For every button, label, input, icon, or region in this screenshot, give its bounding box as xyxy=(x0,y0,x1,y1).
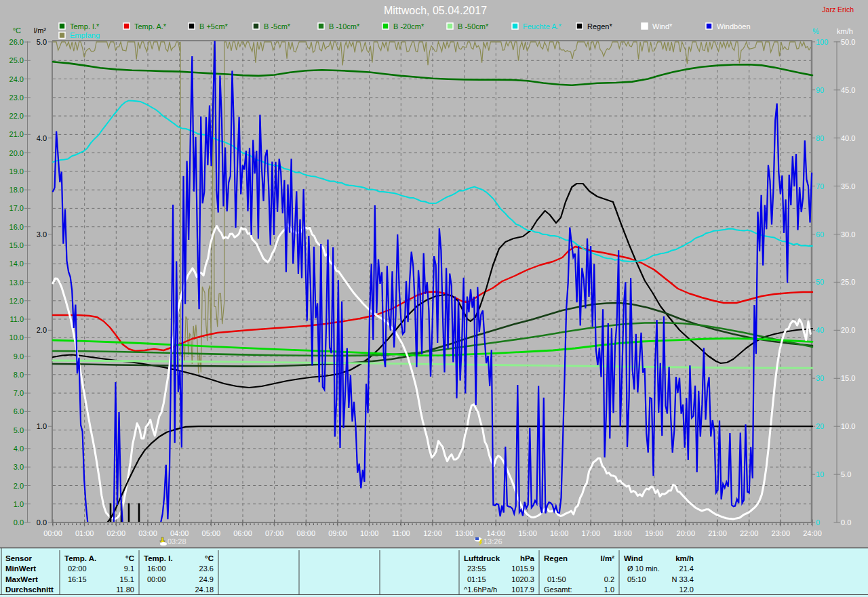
svg-text:1.0: 1.0 xyxy=(604,585,614,594)
svg-text:^1.6hPa/h: ^1.6hPa/h xyxy=(464,585,497,594)
svg-text:17:00: 17:00 xyxy=(582,529,601,537)
svg-text:Regen: Regen xyxy=(544,554,568,562)
svg-text:B +5cm*: B +5cm* xyxy=(199,22,229,30)
svg-text:Luftdruck: Luftdruck xyxy=(464,554,500,562)
svg-text:11.80: 11.80 xyxy=(116,585,134,594)
svg-text:10.0: 10.0 xyxy=(9,333,24,342)
svg-text:22:00: 22:00 xyxy=(740,529,759,537)
svg-text:40: 40 xyxy=(816,326,824,334)
svg-text:16:00: 16:00 xyxy=(550,529,569,537)
svg-text:5.0: 5.0 xyxy=(14,426,24,434)
svg-text:18:00: 18:00 xyxy=(613,529,632,537)
svg-text:23:00: 23:00 xyxy=(772,529,791,537)
svg-text:B -50cm*: B -50cm* xyxy=(458,22,489,30)
svg-text:10: 10 xyxy=(816,470,824,478)
svg-text:N 33.4: N 33.4 xyxy=(672,575,694,583)
svg-text:Temp. A.: Temp. A. xyxy=(64,554,96,562)
svg-text:Windböen: Windböen xyxy=(717,22,751,30)
svg-text:05:00: 05:00 xyxy=(202,529,221,537)
svg-text:01:15: 01:15 xyxy=(467,575,486,583)
svg-text:24:00: 24:00 xyxy=(803,529,822,537)
svg-text:23:55: 23:55 xyxy=(467,564,486,573)
svg-text:15.1: 15.1 xyxy=(120,575,134,583)
svg-text:8.0: 8.0 xyxy=(14,371,24,379)
svg-text:1020.3: 1020.3 xyxy=(511,575,534,583)
svg-text:0.0: 0.0 xyxy=(14,518,24,527)
svg-text:1.0: 1.0 xyxy=(14,500,24,508)
svg-text:1.0: 1.0 xyxy=(37,422,47,430)
svg-text:hPa: hPa xyxy=(520,554,535,562)
svg-text:Empfang: Empfang xyxy=(70,31,100,39)
svg-text:14.0: 14.0 xyxy=(9,260,24,268)
svg-text:Temp. I.*: Temp. I.* xyxy=(70,22,100,30)
svg-text:100: 100 xyxy=(816,38,828,46)
svg-text:0.0: 0.0 xyxy=(841,518,851,527)
svg-text:Regen*: Regen* xyxy=(587,22,612,30)
svg-text:Durchschnitt: Durchschnitt xyxy=(5,585,54,594)
svg-text:Wind*: Wind* xyxy=(652,22,673,30)
svg-text:09:00: 09:00 xyxy=(328,529,347,537)
svg-text:40.0: 40.0 xyxy=(841,134,855,142)
svg-text:70: 70 xyxy=(816,182,824,190)
svg-text:km/h: km/h xyxy=(675,554,694,562)
svg-text:30: 30 xyxy=(816,374,824,382)
svg-text:80: 80 xyxy=(816,134,824,142)
svg-text:l/m²: l/m² xyxy=(34,26,47,35)
svg-text:45.0: 45.0 xyxy=(841,86,855,94)
svg-text:10:00: 10:00 xyxy=(360,529,379,537)
svg-text:16:15: 16:15 xyxy=(68,575,87,583)
svg-text:MaxWert: MaxWert xyxy=(5,575,38,583)
svg-text:MinWert: MinWert xyxy=(5,564,36,573)
svg-text:50.0: 50.0 xyxy=(841,38,855,46)
svg-text:16:00: 16:00 xyxy=(147,564,166,573)
svg-text:0.0: 0.0 xyxy=(37,518,47,527)
svg-text:13.0: 13.0 xyxy=(9,279,24,287)
svg-text:21.4: 21.4 xyxy=(679,564,694,573)
svg-text:01:00: 01:00 xyxy=(75,529,94,537)
svg-text:1015.9: 1015.9 xyxy=(511,564,534,573)
svg-text:B -20cm*: B -20cm* xyxy=(393,22,425,30)
svg-text:05:10: 05:10 xyxy=(627,575,646,583)
svg-text:15:00: 15:00 xyxy=(518,529,537,537)
svg-text:11.0: 11.0 xyxy=(9,315,24,323)
svg-text:15.0: 15.0 xyxy=(841,374,855,382)
svg-text:06:00: 06:00 xyxy=(233,529,252,537)
svg-text:04:00: 04:00 xyxy=(170,529,189,537)
svg-text:23.6: 23.6 xyxy=(199,564,214,573)
svg-text:02:00: 02:00 xyxy=(68,564,87,573)
svg-text:11:00: 11:00 xyxy=(392,529,410,537)
svg-text:3.0: 3.0 xyxy=(37,230,47,239)
svg-text:90: 90 xyxy=(816,86,824,94)
svg-text:60: 60 xyxy=(816,230,824,239)
svg-text:Ø 10 min.: Ø 10 min. xyxy=(627,564,660,573)
svg-text:25.0: 25.0 xyxy=(9,56,24,64)
svg-text:18.0: 18.0 xyxy=(9,186,24,194)
svg-text:5.0: 5.0 xyxy=(37,38,47,46)
svg-text:08:00: 08:00 xyxy=(297,529,316,537)
svg-text:Feuchte A.*: Feuchte A.* xyxy=(523,22,562,30)
svg-text:21.0: 21.0 xyxy=(9,130,24,138)
svg-text:25.0: 25.0 xyxy=(841,278,855,286)
svg-text:1017.9: 1017.9 xyxy=(511,585,534,594)
svg-text:19.0: 19.0 xyxy=(9,167,24,176)
svg-text:0.2: 0.2 xyxy=(604,575,614,583)
svg-text:24.0: 24.0 xyxy=(9,75,24,83)
svg-text:12.0: 12.0 xyxy=(9,297,24,305)
svg-text:%: % xyxy=(812,27,819,35)
svg-text:03:00: 03:00 xyxy=(138,529,157,537)
svg-text:35.0: 35.0 xyxy=(841,182,855,190)
svg-text:14:00: 14:00 xyxy=(487,529,506,537)
svg-text:2.0: 2.0 xyxy=(14,482,24,490)
svg-text:26.0: 26.0 xyxy=(9,38,24,46)
svg-text:°C: °C xyxy=(13,26,21,35)
svg-text:4.0: 4.0 xyxy=(14,445,24,453)
svg-text:12:00: 12:00 xyxy=(423,529,442,537)
svg-text:20.0: 20.0 xyxy=(841,326,855,334)
svg-text:20: 20 xyxy=(816,422,824,430)
svg-text:03:28: 03:28 xyxy=(167,537,186,545)
svg-text:°C: °C xyxy=(125,554,134,562)
svg-text:01:50: 01:50 xyxy=(547,575,566,583)
svg-text:21:00: 21:00 xyxy=(708,529,727,537)
svg-text:4.0: 4.0 xyxy=(37,134,47,142)
svg-text:9.1: 9.1 xyxy=(124,564,134,573)
